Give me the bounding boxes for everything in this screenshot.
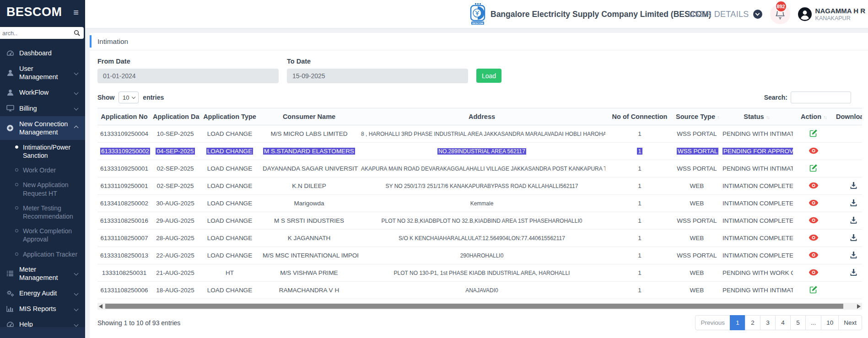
page-button-next[interactable]: Next — [838, 315, 862, 330]
column-header-application-date[interactable]: Application Date↑↓ — [151, 108, 199, 125]
user-name: NAGAMMA H R — [815, 7, 865, 15]
sidebar-item-user-management[interactable]: User Management — [0, 61, 85, 85]
page-length-select[interactable]: 10 — [119, 91, 139, 103]
cell-action — [793, 212, 834, 230]
download-button[interactable] — [850, 251, 857, 259]
user-profile[interactable]: NAGAMMA H R KANAKAPUR — [798, 7, 865, 21]
top-header: BESCOM Bangalore Electricity Supply Comp… — [85, 0, 868, 28]
hamburger-menu-icon[interactable]: ≡ — [73, 8, 79, 17]
sidebar-subitem-application-tracker[interactable]: Application Tracker — [0, 247, 85, 262]
scroll-right-arrow[interactable] — [857, 304, 861, 309]
scrollbar-thumb[interactable] — [105, 304, 843, 309]
sidebar-item-billing[interactable]: Billing — [0, 101, 85, 116]
cell-application-date: 04-SEP-2025 — [151, 143, 199, 160]
download-button[interactable] — [850, 216, 857, 224]
sidebar-subitem-work-order[interactable]: Work Order — [0, 163, 85, 177]
view-action-button[interactable] — [809, 147, 819, 154]
download-icon — [850, 268, 857, 276]
view-action-button[interactable] — [809, 252, 819, 258]
bullet-icon — [15, 252, 18, 256]
sidebar-item-label: Meter Management — [19, 265, 70, 282]
sidebar-item-mis-reports[interactable]: MIS Reports — [0, 301, 85, 317]
view-action-button[interactable] — [809, 269, 819, 276]
edit-action-button[interactable] — [809, 285, 818, 294]
page-button-previous[interactable]: Previous — [695, 315, 730, 330]
cell-status: PENDING WITH INTIMATION — [720, 125, 793, 143]
sidebar-item-energy-audit[interactable]: Energy Audit — [0, 285, 85, 301]
eye-icon — [809, 252, 819, 258]
cell-source-type: WEB — [674, 195, 720, 212]
cell-application-date: 29-AUG-2025 — [151, 212, 199, 230]
to-date-input[interactable] — [287, 69, 468, 83]
cell-action — [793, 247, 834, 264]
sidebar-item-help[interactable]: Help — [0, 317, 85, 327]
plus-icon — [6, 124, 14, 132]
sidebar-search-input[interactable] — [0, 27, 84, 39]
cell-status: INTIMATION COMPLETED — [720, 177, 793, 195]
chevron-down-icon — [74, 271, 79, 276]
page-button-10[interactable]: 10 — [821, 315, 839, 330]
download-icon — [850, 199, 857, 207]
app: BESCOM ≡ DashboardUser ManagementWorkFlo… — [0, 0, 868, 338]
table-search-input[interactable] — [791, 91, 851, 103]
download-button[interactable] — [850, 182, 857, 189]
scrollbar-track[interactable] — [104, 304, 855, 309]
download-button[interactable] — [850, 234, 857, 241]
edit-action-button[interactable] — [809, 164, 818, 172]
download-button[interactable] — [850, 268, 857, 276]
column-header-no-of-connection[interactable]: No of Connection — [605, 108, 674, 125]
page-button-3[interactable]: 3 — [760, 315, 776, 330]
scroll-left-arrow[interactable] — [99, 304, 102, 309]
user-icon — [6, 89, 14, 96]
cell-action — [793, 160, 834, 177]
page-button-1[interactable]: 1 — [730, 315, 745, 330]
cell-application-date: 30-AUG-2025 — [151, 195, 199, 212]
sidebar-subitem-intimation-power-sanction[interactable]: Intimation/Power Sanction — [0, 140, 85, 163]
column-header-address[interactable]: Address — [358, 108, 605, 125]
monitor-icon — [6, 105, 14, 112]
bullet-icon — [15, 229, 18, 232]
bullet-icon — [15, 183, 18, 186]
cell-download — [834, 143, 862, 160]
sort-arrows-icon: ↑↓ — [766, 114, 769, 120]
gauge-icon — [6, 50, 14, 56]
sidebar-item-dashboard[interactable]: Dashboard — [0, 45, 85, 61]
sidebar-subitem-new-application-request-ht[interactable]: New Application Request HT — [0, 177, 85, 200]
column-header-application-type[interactable]: Application Type — [199, 108, 260, 125]
edit-icon — [809, 129, 818, 137]
bullet-icon — [15, 168, 18, 172]
column-header-action[interactable]: Action↑↓ — [793, 108, 834, 125]
view-action-button[interactable] — [809, 234, 819, 241]
sidebar-brand-row: BESCOM ≡ — [0, 0, 85, 21]
table-row: 6133310925000204-SEP-2025LOAD CHANGEM S.… — [97, 143, 862, 160]
page-button-2[interactable]: 2 — [745, 315, 760, 330]
horizontal-scrollbar[interactable] — [97, 303, 862, 310]
load-button[interactable]: Load — [476, 69, 501, 83]
list-icon — [6, 270, 14, 277]
column-header-status[interactable]: Status↑↓ — [720, 108, 793, 125]
search-icon[interactable] — [74, 30, 80, 36]
view-action-button[interactable] — [809, 182, 819, 189]
sidebar-item-new-connection-management[interactable]: New Connection Management — [0, 116, 85, 140]
page-button-5[interactable]: 5 — [790, 315, 806, 330]
column-header-download[interactable]: Download↑↓ — [834, 108, 862, 125]
sidebar-item-meter-management[interactable]: Meter Management — [0, 262, 85, 285]
view-action-button[interactable] — [809, 217, 819, 224]
page-button--[interactable]: ... — [805, 315, 821, 330]
sidebar-subitem-meter-testing-recommendation[interactable]: Meter Testing Recommendation — [0, 201, 85, 224]
column-header-source-type[interactable]: Source Type↑↓ — [674, 108, 720, 125]
page-button-4[interactable]: 4 — [775, 315, 791, 330]
table-row: 6133110825000728-AUG-2025LOAD CHANGEK JA… — [97, 230, 862, 247]
sidebar-subitem-work-completion-approval[interactable]: Work Completion Approval — [0, 224, 85, 247]
cell-download — [834, 125, 862, 143]
column-header-application-no[interactable]: Application No — [97, 108, 151, 125]
table-row: 6133310925000410-SEP-2025LOAD CHANGEM/S … — [97, 125, 862, 143]
edit-action-button[interactable] — [809, 129, 818, 137]
from-date-input[interactable] — [97, 69, 279, 83]
notifications-button[interactable]: 892 — [770, 4, 790, 24]
column-header-consumer-name[interactable]: Consumer Name — [260, 108, 358, 125]
sidebar-item-workflow[interactable]: WorkFlow — [0, 85, 85, 100]
user-details-dropdown[interactable]: USER DETAILS — [688, 10, 762, 19]
view-action-button[interactable] — [809, 199, 819, 206]
download-button[interactable] — [850, 199, 857, 207]
